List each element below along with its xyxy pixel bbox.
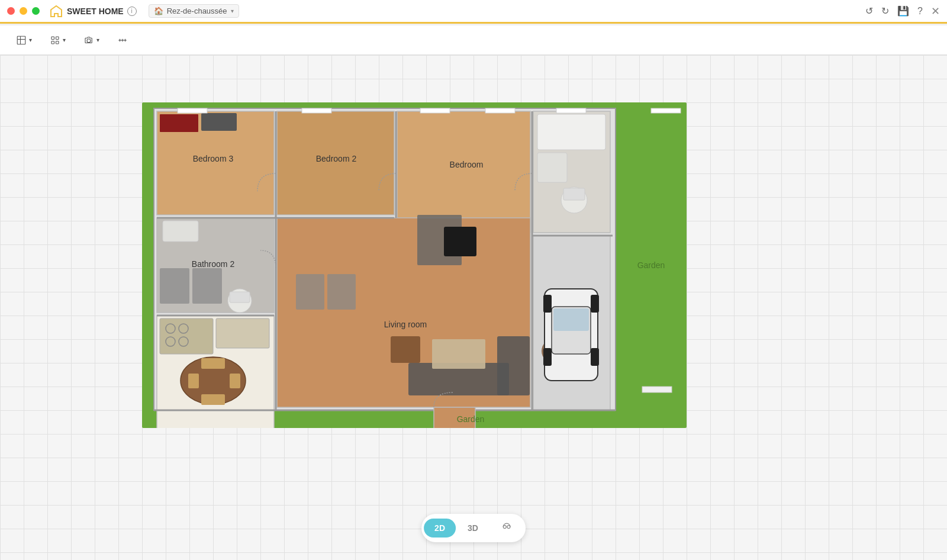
svg-rect-1	[17, 36, 25, 44]
save-button[interactable]: 💾	[897, 5, 909, 17]
view-toggle: 2D 3D	[421, 514, 526, 542]
redo-button[interactable]: ↻	[881, 5, 889, 17]
close-traffic-light[interactable]	[7, 7, 15, 15]
view-3d-button[interactable]: 3D	[457, 519, 489, 538]
tool-2dplan[interactable]: ▾	[9, 31, 38, 50]
svg-rect-85	[553, 308, 589, 331]
view-vr-button[interactable]	[490, 516, 523, 540]
svg-rect-82	[591, 295, 599, 313]
svg-rect-77	[556, 108, 586, 113]
svg-rect-53	[163, 221, 198, 242]
undo-button[interactable]: ↺	[865, 5, 873, 17]
info-button[interactable]: i	[127, 7, 137, 16]
home-icon	[49, 4, 63, 18]
svg-rect-74	[302, 108, 331, 113]
svg-text:Bedroom 3: Bedroom 3	[193, 154, 234, 163]
traffic-lights	[7, 7, 40, 15]
svg-rect-56	[160, 318, 213, 354]
maximize-traffic-light[interactable]	[32, 7, 40, 15]
svg-rect-55	[230, 292, 250, 302]
svg-rect-66	[201, 394, 225, 405]
title-bar-actions: ↺ ↻ 💾 ? ✕	[865, 5, 940, 18]
svg-rect-49	[537, 114, 605, 150]
svg-rect-71	[391, 336, 420, 363]
svg-rect-67	[444, 227, 476, 256]
svg-rect-81	[543, 295, 552, 313]
svg-rect-47	[327, 274, 356, 310]
svg-rect-75	[420, 108, 450, 113]
svg-rect-83	[543, 348, 552, 366]
minimize-traffic-light[interactable]	[20, 7, 27, 15]
svg-rect-70	[432, 339, 485, 369]
svg-rect-86	[642, 387, 672, 392]
svg-rect-73	[178, 108, 207, 113]
svg-rect-50	[537, 153, 567, 182]
tool-furniture[interactable]: ▾	[43, 31, 72, 50]
svg-rect-61	[216, 318, 269, 348]
tool-measure[interactable]	[111, 31, 134, 50]
svg-rect-65	[201, 358, 225, 369]
title-bar: SWEET HOME i 🏠 Rez-de-chaussée ▾ ↺ ↻ 💾 ?…	[0, 0, 947, 24]
svg-rect-42	[160, 268, 189, 304]
chevron-down-icon: ▾	[231, 8, 234, 14]
svg-rect-7	[56, 41, 59, 44]
svg-rect-69	[497, 336, 530, 395]
svg-rect-17	[397, 111, 530, 233]
floor-icon: 🏠	[154, 7, 163, 15]
svg-point-8	[87, 38, 91, 42]
svg-rect-6	[51, 41, 54, 44]
svg-rect-46	[296, 274, 324, 310]
svg-rect-63	[188, 374, 199, 388]
svg-rect-4	[51, 37, 54, 40]
svg-text:Bathroom 2: Bathroom 2	[192, 259, 235, 269]
close-button[interactable]: ✕	[931, 5, 940, 18]
svg-rect-44	[160, 114, 198, 132]
svg-text:Garden: Garden	[637, 260, 665, 270]
svg-rect-78	[651, 108, 681, 113]
floor-selector[interactable]: 🏠 Rez-de-chaussée ▾	[149, 4, 239, 18]
floor-label: Rez-de-chaussée	[167, 7, 227, 15]
svg-rect-84	[591, 348, 599, 366]
svg-rect-43	[192, 268, 222, 304]
svg-text:Bedroom 2: Bedroom 2	[316, 154, 357, 163]
app-title: SWEET HOME	[67, 7, 124, 16]
toolbar: ▾ ▾ ▾	[0, 25, 947, 55]
view-2d-button[interactable]: 2D	[424, 519, 456, 538]
svg-rect-76	[485, 108, 515, 113]
svg-text:Bedroom: Bedroom	[450, 160, 484, 169]
help-button[interactable]: ?	[917, 6, 923, 17]
svg-text:Living room: Living room	[384, 320, 427, 329]
svg-rect-5	[56, 37, 59, 40]
tool-camera[interactable]: ▾	[77, 31, 106, 50]
svg-text:Garden: Garden	[457, 414, 485, 424]
svg-rect-64	[230, 374, 240, 388]
canvas-area[interactable]: Bedroom 3 Bedroom 2 Bedroom Bathroom 2 K…	[0, 55, 947, 560]
svg-rect-45	[201, 113, 237, 131]
svg-rect-52	[563, 188, 585, 200]
floorplan-svg: Bedroom 3 Bedroom 2 Bedroom Bathroom 2 K…	[142, 102, 687, 428]
